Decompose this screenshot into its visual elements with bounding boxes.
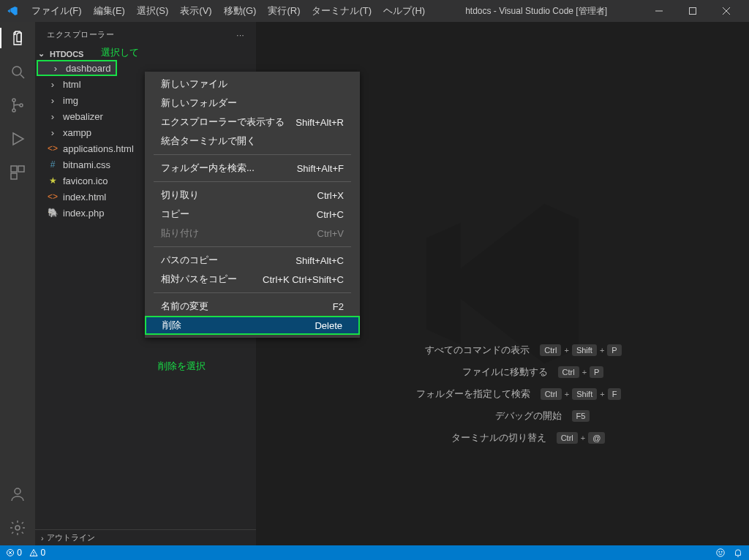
- ctx-find-in-folder[interactable]: フォルダー内を検索...Shift+Alt+F: [145, 159, 360, 178]
- welcome-findfolder-label: フォルダーを指定して検索: [384, 387, 530, 401]
- chevron-right-icon: ›: [50, 63, 61, 74]
- file-label: applications.html: [63, 143, 134, 154]
- annotation-select: 選択して: [101, 46, 139, 59]
- context-menu: 新しいファイル 新しいフォルダー エクスプローラーで表示するShift+Alt+…: [145, 72, 360, 338]
- svg-point-20: [717, 549, 725, 557]
- svg-rect-10: [11, 166, 17, 172]
- menu-terminal[interactable]: ターミナル(T): [306, 1, 377, 20]
- menu-edit[interactable]: 編集(E): [89, 1, 130, 20]
- chevron-right-icon: ›: [47, 79, 59, 90]
- status-bar: 0 0: [0, 545, 749, 560]
- chevron-down-icon: ⌄: [38, 49, 47, 58]
- favicon-file-icon: ★: [47, 175, 59, 186]
- svg-point-7: [12, 109, 15, 112]
- project-header[interactable]: ⌄ HTDOCS: [35, 48, 256, 60]
- ctx-new-file[interactable]: 新しいファイル: [145, 75, 360, 94]
- ctx-reveal-explorer[interactable]: エクスプローラーで表示するShift+Alt+R: [145, 113, 360, 132]
- welcome-debug-label: デバッグの開始: [415, 409, 562, 423]
- svg-point-4: [12, 67, 21, 75]
- status-warnings[interactable]: 0: [29, 548, 45, 558]
- welcome-gotofile-kbd: Ctrl+P: [558, 366, 604, 378]
- ctx-copy-relative-path[interactable]: 相対パスをコピーCtrl+K Ctrl+Shift+C: [145, 270, 360, 289]
- accounts-icon[interactable]: [7, 484, 28, 504]
- css-file-icon: #: [47, 159, 59, 170]
- folder-label: html: [63, 79, 81, 90]
- welcome-showall-kbd: Ctrl+Shift+P: [540, 344, 621, 356]
- explorer-icon[interactable]: [0, 28, 35, 48]
- welcome-showall-label: すべてのコマンドの表示: [383, 344, 530, 357]
- status-feedback-icon[interactable]: [715, 548, 726, 558]
- menu-file[interactable]: ファイル(F): [26, 1, 87, 20]
- svg-rect-12: [11, 173, 17, 179]
- welcome-toggleterm-label: ターミナルの切り替え: [400, 431, 546, 444]
- outline-label: アウトライン: [47, 532, 95, 543]
- svg-point-21: [719, 551, 720, 552]
- ctx-copy[interactable]: コピーCtrl+C: [145, 205, 360, 224]
- chevron-right-icon: ›: [47, 95, 59, 106]
- project-name: HTDOCS: [50, 50, 83, 58]
- html-file-icon: <>: [47, 191, 59, 203]
- outline-section[interactable]: › アウトライン: [35, 529, 256, 545]
- chevron-right-icon: ›: [47, 127, 59, 138]
- php-file-icon: 🐘: [47, 207, 59, 219]
- welcome-debug-kbd: F5: [572, 410, 590, 422]
- menu-select[interactable]: 選択(S): [132, 1, 173, 20]
- file-label: bitnami.css: [63, 159, 110, 170]
- svg-point-19: [34, 555, 34, 556]
- ctx-paste: 貼り付けCtrl+V: [145, 224, 360, 243]
- svg-line-5: [20, 75, 24, 78]
- ctx-separator: [154, 181, 351, 182]
- svg-point-22: [721, 551, 722, 552]
- ctx-delete[interactable]: 削除Delete: [145, 316, 360, 335]
- svg-rect-1: [690, 8, 696, 15]
- file-label: index.html: [63, 192, 106, 203]
- welcome-findfolder-kbd: Ctrl+Shift+F: [541, 388, 622, 400]
- sidebar-more-icon[interactable]: ···: [236, 31, 244, 39]
- window-maximize-button[interactable]: [676, 0, 710, 22]
- annotation-delete: 削除を選択: [158, 360, 206, 373]
- ctx-cut[interactable]: 切り取りCtrl+X: [145, 186, 360, 205]
- search-icon[interactable]: [7, 61, 28, 82]
- tree-folder-dashboard[interactable]: › dashboard: [37, 60, 117, 76]
- file-label: index.php: [63, 208, 104, 219]
- run-debug-icon[interactable]: [7, 129, 28, 149]
- svg-point-6: [12, 99, 15, 102]
- svg-rect-11: [18, 166, 24, 172]
- folder-label: xampp: [63, 127, 91, 138]
- welcome-toggleterm-kbd: Ctrl+@: [557, 432, 606, 444]
- ctx-new-folder[interactable]: 新しいフォルダー: [145, 94, 360, 113]
- folder-label: webalizer: [63, 111, 103, 122]
- svg-point-14: [15, 526, 20, 530]
- vscode-app-icon: [6, 4, 19, 18]
- window-minimize-button[interactable]: [642, 0, 676, 22]
- window-close-button[interactable]: [710, 0, 743, 22]
- chevron-right-icon: ›: [47, 111, 59, 122]
- menu-view[interactable]: 表示(V): [175, 1, 217, 20]
- sidebar-title-label: エクスプローラー: [47, 29, 114, 40]
- status-bell-icon[interactable]: [733, 548, 743, 558]
- ctx-separator: [154, 154, 351, 155]
- svg-point-13: [15, 488, 20, 494]
- html-file-icon: <>: [47, 143, 59, 154]
- svg-point-8: [20, 104, 23, 107]
- file-label: favicon.ico: [63, 175, 108, 186]
- gear-icon[interactable]: [7, 518, 28, 538]
- menu-run[interactable]: 実行(R): [263, 1, 305, 20]
- source-control-icon[interactable]: [7, 95, 28, 116]
- ctx-separator: [154, 246, 351, 247]
- ctx-rename[interactable]: 名前の変更F2: [145, 297, 360, 316]
- ctx-copy-path[interactable]: パスのコピーShift+Alt+C: [145, 251, 360, 270]
- window-title: htdocs - Visual Studio Code [管理者]: [430, 5, 642, 18]
- menu-help[interactable]: ヘルプ(H): [378, 1, 430, 20]
- ctx-separator: [154, 292, 351, 293]
- folder-label: dashboard: [66, 63, 110, 74]
- menu-bar: ファイル(F) 編集(E) 選択(S) 表示(V) 移動(G) 実行(R) ター…: [26, 1, 430, 20]
- menu-go[interactable]: 移動(G): [219, 1, 262, 20]
- activity-bar: [0, 22, 35, 545]
- welcome-gotofile-label: ファイルに移動する: [402, 366, 548, 379]
- folder-label: img: [63, 95, 78, 106]
- ctx-open-terminal[interactable]: 統合ターミナルで開く: [145, 132, 360, 151]
- status-errors[interactable]: 0: [6, 548, 22, 558]
- extensions-icon[interactable]: [7, 162, 28, 183]
- svg-marker-9: [13, 133, 23, 145]
